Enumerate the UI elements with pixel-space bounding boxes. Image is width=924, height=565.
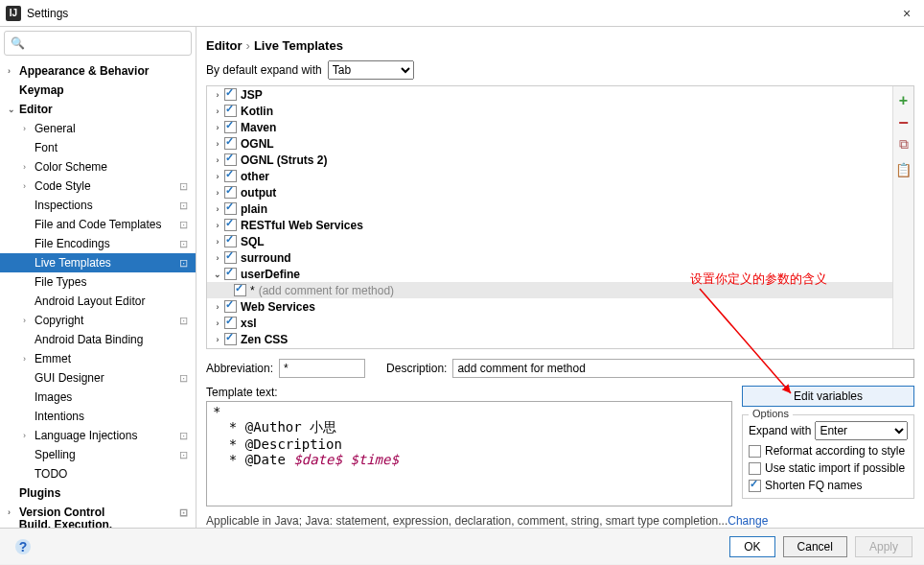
sidebar-item[interactable]: File Encodings⊡ (0, 234, 196, 253)
add-icon[interactable]: + (899, 92, 908, 109)
template-checkbox[interactable] (224, 300, 237, 313)
template-list[interactable]: ›JSP›Kotlin›Maven›OGNL›OGNL (Struts 2)›o… (207, 86, 892, 348)
sidebar-item[interactable]: Keymap (0, 81, 196, 100)
sidebar-item[interactable]: ›Build, Execution, Deployment⊡ (0, 522, 196, 528)
template-checkbox[interactable] (224, 105, 237, 117)
reformat-label: Reformat according to style (765, 444, 905, 458)
cancel-button[interactable]: Cancel (783, 536, 847, 557)
template-checkbox[interactable] (224, 88, 237, 101)
template-group[interactable]: ›SQL (207, 233, 892, 249)
template-checkbox[interactable] (224, 170, 237, 182)
search-input[interactable] (25, 36, 187, 50)
scope-icon: ⊡ (179, 238, 188, 250)
template-checkbox[interactable] (224, 317, 237, 329)
sidebar-item[interactable]: File and Code Templates⊡ (0, 215, 196, 234)
sidebar-item[interactable]: Android Data Binding (0, 330, 196, 349)
description-label: Description: (386, 362, 447, 375)
sidebar-item[interactable]: ›Emmet (0, 349, 196, 368)
scope-icon: ⊡ (179, 219, 188, 231)
reformat-checkbox[interactable] (749, 445, 761, 458)
sidebar-item[interactable]: ›Color Scheme (0, 157, 196, 177)
edit-variables-button[interactable]: Edit variables (742, 386, 914, 407)
ok-button[interactable]: OK (729, 536, 774, 557)
paste-icon[interactable]: 📋 (895, 162, 912, 177)
sidebar-item[interactable]: ⌄Editor (0, 100, 196, 119)
template-checkbox[interactable] (224, 121, 237, 133)
shorten-fq-checkbox[interactable] (749, 480, 761, 492)
template-group[interactable]: ›Maven (207, 119, 892, 135)
scope-icon: ⊡ (179, 506, 188, 519)
template-checkbox[interactable] (224, 235, 237, 247)
template-group[interactable]: ›surround (207, 249, 892, 266)
scope-icon: ⊡ (179, 526, 188, 529)
scope-icon: ⊡ (179, 200, 188, 212)
template-group[interactable]: ›other (207, 168, 892, 184)
sidebar-item[interactable]: Images (0, 388, 196, 407)
template-group[interactable]: ›JSP (207, 86, 892, 103)
copy-icon[interactable]: ⧉ (899, 136, 909, 153)
help-icon[interactable]: ? (15, 539, 31, 554)
sidebar-item[interactable]: ›General (0, 119, 196, 138)
template-group[interactable]: ⌄userDefine (207, 266, 892, 282)
search-icon: 🔍 (11, 36, 25, 50)
default-expand-row: By default expand with Tab (206, 60, 914, 80)
sidebar-item[interactable]: ›Language Injections⊡ (0, 426, 196, 445)
app-icon: IJ (6, 6, 21, 21)
template-group[interactable]: ›OGNL (207, 135, 892, 152)
sidebar-item[interactable]: Spelling⊡ (0, 445, 196, 464)
template-group[interactable]: ›RESTful Web Services (207, 217, 892, 233)
description-input[interactable] (452, 359, 914, 378)
template-group[interactable]: ›plain (207, 200, 892, 217)
template-checkbox[interactable] (224, 251, 237, 264)
sidebar-item[interactable]: Live Templates⊡ (0, 253, 196, 272)
scope-icon: ⊡ (179, 449, 188, 461)
sidebar-item[interactable]: File Types (0, 272, 196, 292)
options-group: Options Expand with Enter Reformat accor… (742, 414, 914, 499)
template-checkbox[interactable] (224, 333, 237, 345)
content-panel: Editor›Live Templates By default expand … (196, 27, 924, 528)
titlebar: IJ Settings × (0, 0, 924, 27)
expand-with-select[interactable]: Enter (815, 421, 908, 440)
dialog-footer: ? OK Cancel Apply (0, 528, 924, 564)
abbreviation-input[interactable] (279, 359, 365, 378)
template-group[interactable]: ›OGNL (Struts 2) (207, 152, 892, 168)
sidebar-item[interactable]: Android Layout Editor (0, 292, 196, 311)
default-expand-select[interactable]: Tab (328, 60, 414, 80)
remove-icon[interactable]: − (898, 119, 909, 127)
breadcrumb: Editor›Live Templates (206, 35, 914, 60)
sidebar-item[interactable]: TODO (0, 464, 196, 483)
template-item[interactable]: * (add comment for method) (207, 282, 892, 298)
sidebar-item[interactable]: Inspections⊡ (0, 196, 196, 215)
sidebar-item[interactable]: ›Copyright⊡ (0, 311, 196, 330)
sidebar-item[interactable]: Plugins (0, 483, 196, 503)
template-group[interactable]: ›Zen CSS (207, 331, 892, 347)
options-legend: Options (749, 408, 793, 419)
template-group[interactable]: ›Kotlin (207, 103, 892, 119)
template-checkbox[interactable] (224, 219, 237, 231)
settings-tree[interactable]: ›Appearance & BehaviorKeymap⌄Editor›Gene… (0, 59, 196, 528)
template-checkbox[interactable] (224, 202, 237, 215)
template-checkbox[interactable] (234, 284, 246, 296)
template-checkbox[interactable] (224, 153, 237, 166)
sidebar-item[interactable]: ›Code Style⊡ (0, 177, 196, 196)
scope-icon: ⊡ (179, 180, 188, 193)
template-group[interactable]: ›Web Services (207, 298, 892, 315)
template-group[interactable]: ›output (207, 184, 892, 200)
search-box[interactable]: 🔍 (4, 31, 192, 56)
static-import-checkbox[interactable] (749, 462, 761, 475)
sidebar-item[interactable]: ›Appearance & Behavior (0, 61, 196, 81)
sidebar-item[interactable]: GUI Designer⊡ (0, 368, 196, 388)
template-group[interactable]: ›xsl (207, 315, 892, 331)
sidebar-item[interactable]: Intentions (0, 407, 196, 426)
scope-icon: ⊡ (179, 372, 188, 385)
applicable-text: Applicable in Java; Java: statement, exp… (206, 514, 914, 528)
template-checkbox[interactable] (224, 186, 237, 199)
abbreviation-label: Abbreviation: (206, 362, 273, 375)
template-checkbox[interactable] (224, 137, 237, 150)
template-checkbox[interactable] (224, 268, 237, 280)
close-icon[interactable]: × (895, 6, 918, 21)
apply-button[interactable]: Apply (855, 536, 912, 557)
sidebar-item[interactable]: Font (0, 138, 196, 157)
change-link[interactable]: Change (728, 514, 768, 528)
template-text-editor[interactable]: * * @Author 小思 * @Description * @Date $d… (206, 401, 732, 506)
